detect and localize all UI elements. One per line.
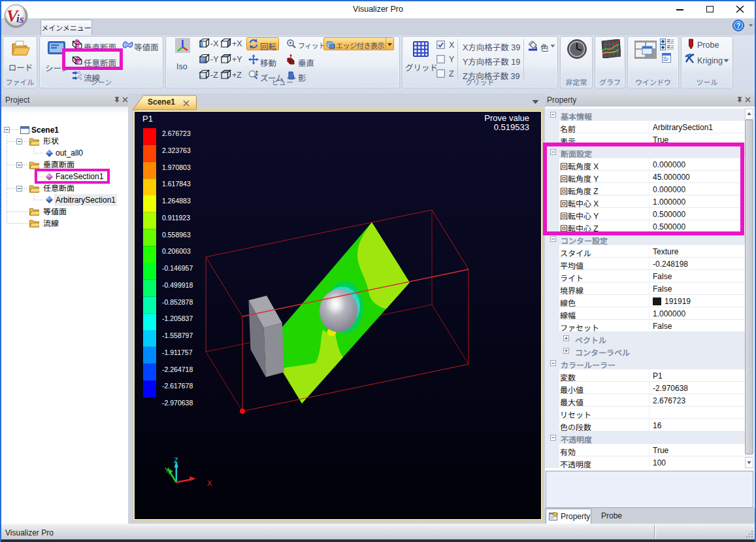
svg-text:0.558963: 0.558963 (162, 231, 191, 239)
svg-text:1.264883: 1.264883 (162, 197, 191, 205)
svg-text:s: s (19, 13, 24, 25)
svg-text:2.676723: 2.676723 (162, 129, 191, 137)
svg-text:-1.911757: -1.911757 (162, 348, 193, 356)
svg-text:-0.852878: -0.852878 (162, 298, 193, 306)
svg-text:-1.205837: -1.205837 (162, 314, 193, 322)
svg-text:2.323763: 2.323763 (162, 146, 191, 154)
svg-text:-0.146957: -0.146957 (162, 264, 193, 272)
svg-text:Z: Z (174, 456, 178, 464)
svg-text:-2.264718: -2.264718 (162, 365, 193, 373)
svg-text:Prove value: Prove value (484, 113, 529, 123)
svg-text:0.911923: 0.911923 (162, 214, 190, 222)
svg-text:1.617843: 1.617843 (162, 180, 191, 188)
svg-text:X: X (207, 479, 212, 487)
svg-text:P1: P1 (142, 114, 153, 124)
svg-text:-1.558797: -1.558797 (162, 331, 193, 339)
svg-text:0.206003: 0.206003 (162, 247, 191, 255)
svg-text:1.970803: 1.970803 (162, 163, 191, 171)
svg-text:?: ? (736, 22, 740, 29)
svg-text:-2.970638: -2.970638 (162, 399, 193, 407)
svg-text:-2.617678: -2.617678 (162, 382, 193, 390)
svg-text:-0.499918: -0.499918 (162, 281, 193, 289)
svg-text:0.519533: 0.519533 (494, 122, 529, 132)
svg-text:Y: Y (165, 466, 170, 474)
